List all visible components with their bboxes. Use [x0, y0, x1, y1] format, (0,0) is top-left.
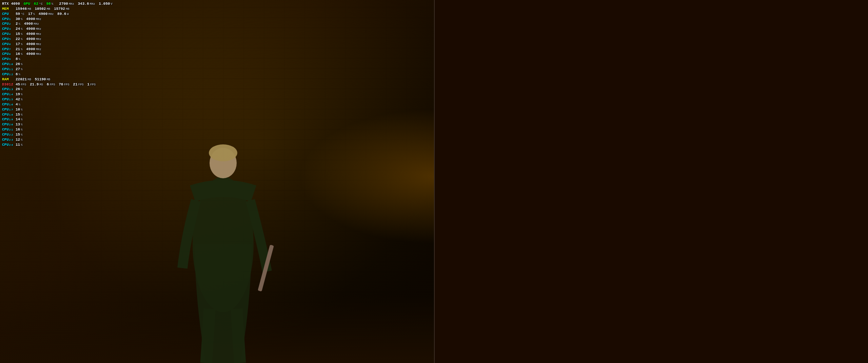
cpu21-row-left: CPU₂₁ 16 % — [2, 127, 73, 132]
cpu3-row-left: CPU₃ 24 % 4900 MHz — [2, 26, 73, 32]
main-container: RTX 4090 GPU 62 °C 98 % 2700 MHz 343.6 M… — [0, 0, 868, 363]
cpu11-row-left: CPU₁₁ 27 % — [2, 67, 73, 72]
cpu15-row-left: CPU₁₅ 42 % — [2, 97, 73, 102]
cpu1-label-left: CPU₁ — [2, 17, 15, 22]
d3012-row-left: D3012 45 FPS 21.9 MS 6 FPS 76 FPS 21 FPS… — [2, 82, 73, 87]
cpu13-row-left: CPU₁₃ 26 % — [2, 87, 73, 92]
mem-val1-left: 15946 — [16, 6, 27, 12]
cpu1-load-left: 30 — [16, 17, 20, 22]
gpu-load-left: 98 — [46, 1, 51, 6]
panel-left: RTX 4090 GPU 62 °C 98 % 2700 MHz 343.6 M… — [0, 0, 434, 363]
cpu18-row-left: CPU₁₈ 15 % — [2, 112, 73, 117]
cpu17-row-left: CPU₁₇ 10 % — [2, 107, 73, 112]
cpu0-power-left: 89.6 — [57, 12, 66, 17]
header-row-left: RTX 4090 GPU 62 °C 98 % 2700 MHz 343.6 M… — [2, 1, 73, 6]
power-left: 1.050 — [99, 1, 110, 6]
svg-point-2 — [209, 144, 237, 161]
cpu1-freq-left: 4900 — [26, 17, 35, 22]
cpu6-row-left: CPU₆ 17 % 4900 MHz — [2, 42, 73, 47]
cpu20-row-left: CPU₂₀ 13 % — [2, 122, 73, 127]
cpu0-row-left: CPU 59 °C 17 % 4900 MHz 89.6 W — [2, 12, 73, 17]
cpu14-row-left: CPU₁₄ 19 % — [2, 92, 73, 97]
mem-val3-left: 15792 — [54, 6, 65, 12]
cpu1-row-left: CPU₁ 30 % 4900 MHz — [2, 17, 73, 22]
freq1-left: 2700 — [59, 1, 68, 6]
cpu0-load-left: 17 — [28, 12, 33, 17]
cpu22-row-left: CPU₂₂ 15 % — [2, 132, 73, 137]
gpu-label-left: GPU — [23, 1, 30, 6]
cpu0-freq-left: 4900 — [39, 12, 47, 17]
cpu5-row-left: CPU₅ 22 % 4900 MHz — [2, 37, 73, 42]
gpu-temp-left: 62 — [34, 1, 38, 6]
cpu23-row-left: CPU₂₃ 12 % — [2, 137, 73, 142]
rtx-label-left: RTX 4090 — [2, 1, 20, 6]
cpu24-row-left: CPU₂₄ 11 % — [2, 142, 73, 147]
cpu12-row-left: CPU₁₂ 6 % — [2, 72, 73, 77]
cpu0-label-left: CPU — [2, 12, 15, 17]
panel-separator — [434, 0, 435, 363]
ram-row-left: RAM 22021 MB 51190 MB — [2, 77, 73, 82]
cpu4-row-left: CPU₄ 15 % 4900 MHz — [2, 32, 73, 37]
cpu2-label-left: CPU₂ — [2, 21, 15, 26]
mem-label-left: MEM — [2, 6, 15, 12]
mem-val2-left: 10502 — [35, 6, 46, 12]
cpu10-row-left: CPU₁₀ 26 % — [2, 62, 73, 67]
cpu16-row-left: CPU₁₆ 4 % — [2, 102, 73, 107]
cpu9-row-left: CPU₉ 8 % — [2, 57, 73, 62]
mem-row-left: MEM 15946 MB 10502 MB 15792 MB — [2, 6, 73, 12]
cpu19-row-left: CPU₁₉ 14 % — [2, 117, 73, 122]
freq2-left: 343.6 — [78, 1, 89, 6]
cpu7-row-left: CPU₇ 21 % 4900 MHz — [2, 47, 73, 52]
character-left — [152, 109, 294, 363]
cpu8-row-left: CPU₈ 16 % 4900 MHz — [2, 52, 73, 57]
stats-overlay-left: RTX 4090 GPU 62 °C 98 % 2700 MHz 343.6 M… — [0, 0, 75, 148]
cpu0-temp-left: 59 — [16, 12, 20, 17]
cpu2-row-left: CPU₂ 2 % 4900 MHz — [2, 21, 73, 26]
